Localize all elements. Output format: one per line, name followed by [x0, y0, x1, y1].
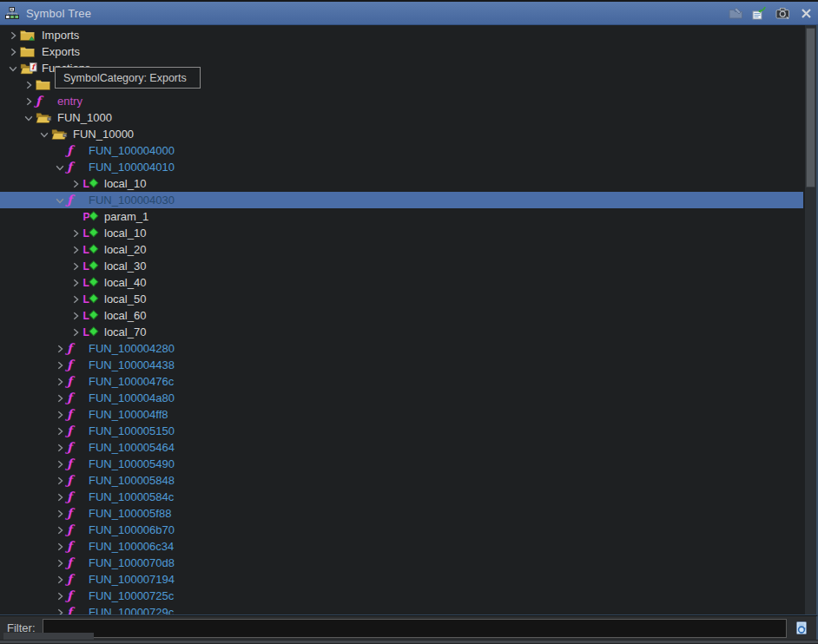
tree-row[interactable]: ƒFUN_100006b70	[0, 522, 803, 538]
vertical-scrollbar[interactable]	[805, 25, 816, 614]
tree-row[interactable]: Llocal_50	[0, 291, 803, 307]
chevron-right-icon[interactable]	[53, 557, 67, 569]
tree-row[interactable]: Llocal_20	[0, 241, 803, 258]
titlebar[interactable]: Symbol Tree	[0, 2, 818, 25]
close-icon[interactable]	[797, 4, 815, 22]
chevron-right-icon[interactable]	[53, 442, 67, 454]
tree-row-label: FUN_100004a80	[89, 391, 175, 404]
tree-row[interactable]: ƒFUN_100006c34	[0, 538, 803, 555]
chevron-right-icon[interactable]	[22, 95, 36, 108]
tooltip-text: SymbolCategory: Exports	[63, 72, 187, 84]
tree-row[interactable]: ƒFUN_100004ff8	[0, 406, 803, 423]
tree-row[interactable]: Llocal_40	[0, 274, 803, 291]
chevron-right-icon[interactable]	[53, 541, 67, 553]
chevron-down-icon[interactable]	[37, 128, 51, 141]
tree-row[interactable]: Pparam_1	[0, 208, 803, 225]
tree-row[interactable]: Llocal_10	[0, 175, 803, 192]
tree-row[interactable]: Imports	[0, 27, 803, 43]
tree-row-label: FUN_100004010	[89, 161, 175, 174]
chevron-right-icon[interactable]	[69, 178, 82, 190]
tree-row-label: local_40	[104, 276, 146, 289]
tree-row[interactable]: ƒFUN_100004280	[0, 340, 803, 357]
tree-row[interactable]: Llocal_70	[0, 324, 803, 340]
tree-row[interactable]: ƒFUN_100004000	[0, 142, 803, 159]
chevron-right-icon[interactable]	[53, 574, 67, 586]
chevron-spacer	[53, 145, 67, 157]
chevron-right-icon[interactable]	[53, 359, 67, 371]
tree-row[interactable]: ƒFUN_100004030	[0, 192, 803, 208]
tree-row[interactable]: Llocal_30	[0, 258, 803, 274]
chevron-right-icon[interactable]	[6, 46, 20, 58]
function-icon: ƒ	[67, 408, 84, 421]
tree-row-label: local_50	[104, 292, 146, 306]
chevron-right-icon[interactable]	[53, 458, 67, 470]
chevron-right-icon[interactable]	[69, 277, 82, 289]
chevron-right-icon[interactable]	[53, 409, 67, 421]
chevron-right-icon[interactable]	[53, 524, 67, 536]
tree-row[interactable]: ƒFUN_10000476c	[0, 373, 803, 390]
svg-text:L: L	[83, 227, 89, 240]
tree-row[interactable]: FUN_1000	[0, 109, 803, 126]
chevron-right-icon[interactable]	[53, 607, 67, 616]
tree-row-label: FUN_10000	[73, 128, 134, 141]
chevron-down-icon[interactable]	[53, 161, 67, 174]
tree-row[interactable]: ƒFUN_100004438	[0, 357, 803, 373]
tree-row[interactable]: ƒFUN_100005464	[0, 439, 803, 456]
tree-row-label: FUN_100004030	[89, 194, 175, 207]
tree-row[interactable]: ƒFUN_10000729c	[0, 604, 803, 615]
local-variable-icon: L	[82, 177, 100, 190]
tree-row[interactable]: ƒFUN_100004a80	[0, 390, 803, 406]
tree-row-label: local_70	[104, 325, 146, 338]
tree-row[interactable]: ƒFUN_10000725c	[0, 588, 803, 604]
chevron-right-icon[interactable]	[53, 475, 67, 487]
tree-row[interactable]: Llocal_10	[0, 225, 803, 241]
scrollbar-thumb[interactable]	[806, 28, 815, 187]
chevron-right-icon[interactable]	[53, 491, 67, 503]
tree-row[interactable]: ƒFUN_1000070d8	[0, 555, 803, 571]
tree-row[interactable]: ƒFUN_100005848	[0, 472, 803, 489]
chevron-right-icon[interactable]	[53, 376, 67, 388]
chevron-down-icon[interactable]	[22, 112, 36, 124]
chevron-right-icon[interactable]	[6, 30, 20, 42]
go-to-symbol-button[interactable]	[750, 4, 768, 22]
function-icon: ƒ	[67, 606, 84, 615]
symbol-tree-panel: ImportsExportsfFunctionsƒentryFUN_1000FU…	[0, 25, 818, 615]
chevron-down-icon[interactable]	[6, 62, 20, 75]
tree-row[interactable]: Exports	[0, 43, 803, 60]
snapshot-camera-button[interactable]	[774, 4, 791, 22]
chevron-right-icon[interactable]	[53, 392, 67, 404]
chevron-right-icon[interactable]	[53, 343, 67, 355]
chevron-right-icon[interactable]	[69, 310, 82, 322]
tree-row[interactable]: ƒFUN_100005150	[0, 423, 803, 439]
filter-input[interactable]	[43, 619, 788, 638]
chevron-right-icon[interactable]	[69, 244, 82, 256]
local-variable-icon: L	[82, 243, 100, 256]
svg-text:L: L	[83, 178, 89, 190]
function-icon: ƒ	[67, 474, 84, 487]
closed-folder-icon	[20, 45, 37, 58]
edit-folder-disabled-button[interactable]	[727, 4, 744, 22]
tree-row[interactable]: ƒFUN_100007194	[0, 571, 803, 588]
tree-row[interactable]: ƒFUN_10000584c	[0, 489, 803, 505]
chevron-right-icon[interactable]	[53, 590, 67, 602]
chevron-down-icon[interactable]	[53, 194, 67, 207]
filter-options-icon[interactable]	[792, 620, 811, 637]
tree-row-label: local_10	[104, 227, 146, 240]
tree-row[interactable]: FUN_10000	[0, 126, 803, 142]
tree-row[interactable]: ƒFUN_100004010	[0, 159, 803, 175]
chevron-right-icon[interactable]	[69, 326, 82, 338]
window-title: Symbol Tree	[26, 7, 91, 20]
chevron-right-icon[interactable]	[69, 227, 82, 240]
chevron-right-icon[interactable]	[69, 293, 82, 306]
function-icon: ƒ	[67, 144, 84, 157]
tree-row[interactable]: ƒFUN_100005f88	[0, 505, 803, 522]
chevron-right-icon[interactable]	[22, 79, 36, 91]
chevron-right-icon[interactable]	[69, 260, 82, 273]
chevron-spacer	[69, 211, 82, 223]
tree-row[interactable]: ƒentry	[0, 93, 803, 109]
chevron-right-icon[interactable]	[53, 508, 67, 520]
tree-row[interactable]: ƒFUN_100005490	[0, 456, 803, 472]
tree-row[interactable]: Llocal_60	[0, 307, 803, 324]
chevron-right-icon[interactable]	[53, 425, 67, 437]
closed-folder-icon	[36, 78, 53, 91]
